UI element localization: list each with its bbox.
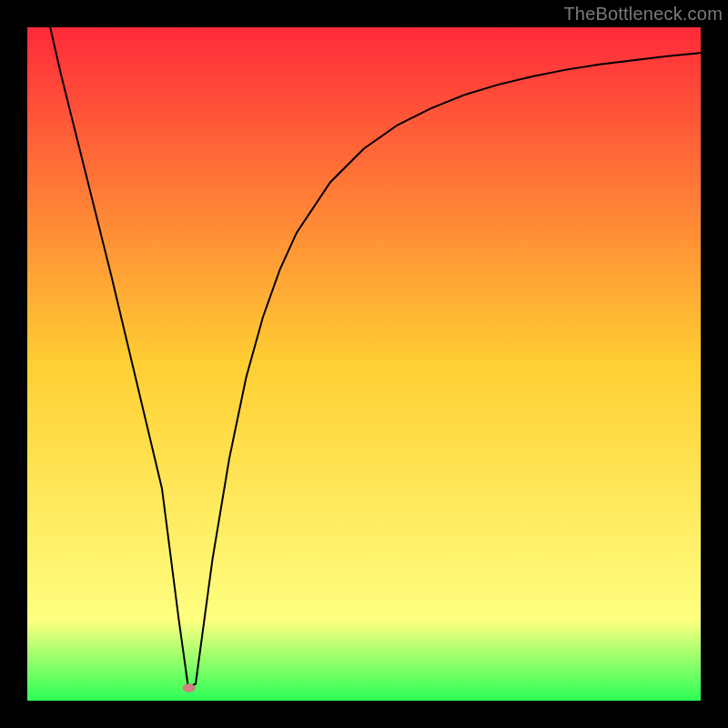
watermark-text: TheBottleneck.com — [563, 4, 723, 25]
marker-dot — [183, 684, 195, 693]
chart-frame: TheBottleneck.com — [0, 0, 728, 728]
chart-svg — [27, 27, 701, 701]
gradient-background — [27, 27, 701, 701]
plot-area — [27, 27, 701, 701]
